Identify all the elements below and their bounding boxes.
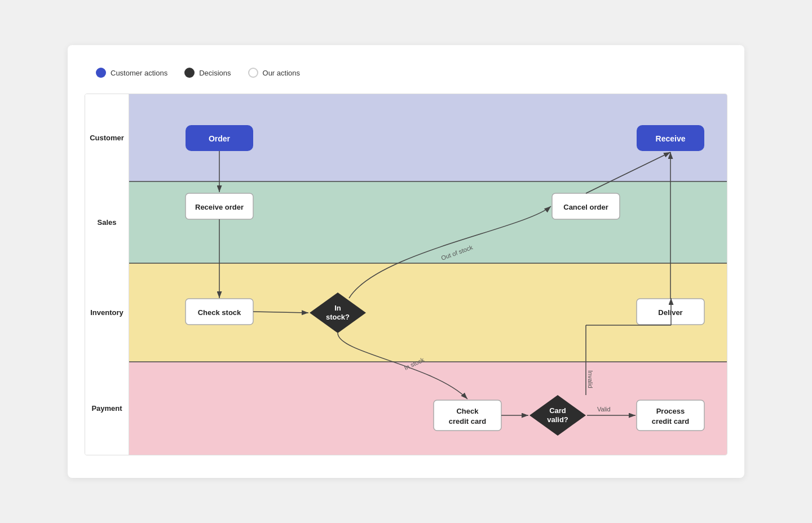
lane-label-sales: Sales (85, 181, 129, 263)
legend-label-our-actions: Our actions (263, 69, 300, 77)
legend: Customer actions Decisions Our actions (85, 68, 727, 78)
node-check-stock-label: Check stock (198, 308, 241, 317)
node-process-credit-label2: credit card (652, 417, 690, 426)
diagram-svg: Order Receive Receive order Cancel order… (129, 94, 727, 455)
node-check-credit-label1: Check (456, 407, 479, 415)
node-cancel-order-label: Cancel order (563, 203, 608, 211)
legend-dot-our-actions (248, 68, 258, 78)
legend-item-decisions: Decisions (184, 68, 231, 78)
node-card-valid-label2: valid? (547, 415, 568, 424)
node-process-credit-card[interactable] (637, 400, 704, 431)
node-in-stock-label2: stock? (326, 313, 350, 321)
node-deliver-label: Deliver (658, 308, 682, 317)
edge-label-invalid: Invalid (587, 370, 594, 388)
node-order-label: Order (209, 134, 231, 143)
node-in-stock-label1: In (334, 304, 341, 312)
node-card-valid-label1: Card (549, 406, 566, 415)
legend-dot-decisions (184, 68, 195, 78)
node-receive-order-label: Receive order (195, 203, 244, 211)
lane-label-customer: Customer (85, 94, 129, 181)
lane-label-payment: Payment (85, 362, 129, 455)
node-process-credit-label1: Process (656, 407, 685, 415)
flowchart-svg: Order Receive Receive order Cancel order… (129, 94, 727, 455)
node-check-credit-card[interactable] (434, 400, 501, 431)
legend-dot-customer (96, 68, 106, 78)
legend-item-customer-actions: Customer actions (96, 68, 167, 78)
edge-label-valid: Valid (597, 406, 611, 413)
node-receive-label: Receive (656, 134, 686, 143)
diagram-container: Customer Sales Inventory Payment Order (85, 94, 727, 455)
page-wrapper: Customer actions Decisions Our actions C… (68, 45, 744, 478)
lane-labels: Customer Sales Inventory Payment (85, 94, 129, 455)
node-check-credit-label2: credit card (449, 417, 487, 426)
legend-label-customer: Customer actions (111, 69, 167, 77)
lane-label-inventory: Inventory (85, 263, 129, 362)
legend-item-our-actions: Our actions (248, 68, 300, 78)
legend-label-decisions: Decisions (199, 69, 231, 77)
